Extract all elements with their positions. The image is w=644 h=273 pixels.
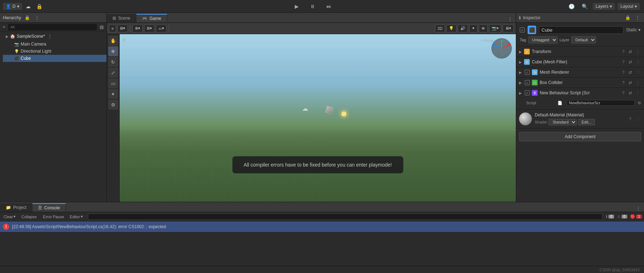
play-button[interactable]: ▶ (292, 2, 302, 11)
component-script: ▶ ✓ # New Behaviour Script (Scr ? ⇄ ⋮ Sc… (516, 88, 644, 110)
mesh-menu[interactable]: ⋮ (635, 59, 641, 65)
tool-move[interactable]: ✥ (108, 46, 118, 56)
tab-scene[interactable]: ⊞ Scene (107, 14, 136, 22)
tool-scale[interactable]: ⤢ (108, 68, 118, 78)
scene-menu-button[interactable]: ⋮ (507, 16, 514, 22)
component-mesh-renderer: ▶ ✓ ⊞ Mesh Renderer ? ⇄ ⋮ (516, 67, 644, 78)
scene-tools-vertical: ✋ ✥ ↻ ⤢ ▭ ✦ ⚙ (107, 34, 120, 202)
editor-dropdown-button[interactable]: Editor ▾ (68, 214, 84, 220)
scene-draw-btn[interactable]: ≡ (109, 25, 116, 32)
tool-combined[interactable]: ✦ (108, 89, 118, 99)
component-script-header[interactable]: ▶ ✓ # New Behaviour Script (Scr ? ⇄ ⋮ (516, 88, 644, 98)
scene-canvas[interactable]: ☁ Y Z (120, 34, 516, 202)
component-renderer-header[interactable]: ▶ ✓ ⊞ Mesh Renderer ? ⇄ ⋮ (516, 67, 644, 77)
tool-rotate[interactable]: ↻ (108, 57, 118, 67)
material-menu[interactable]: ⋮ (635, 116, 641, 122)
component-transform: ▶ ⊕ Transform ? ⇄ ⋮ (516, 47, 644, 57)
tab-game[interactable]: 🎮 Game (136, 14, 167, 22)
step-button[interactable]: ⏭ (324, 2, 334, 11)
collider-settings[interactable]: ⇄ (628, 80, 633, 85)
scene-render-btn[interactable]: 🖥▾ (503, 25, 514, 32)
search-button[interactable]: 🔍 (580, 2, 590, 10)
shader-edit-button[interactable]: Edit... (578, 119, 595, 125)
transform-settings[interactable]: ⇄ (628, 49, 633, 54)
collab-button[interactable]: 🔒 (34, 2, 44, 10)
scene-vis-btn[interactable]: ⚏▾ (156, 25, 167, 32)
component-collider-header[interactable]: ▶ ✓ ⊡ Box Collider ? ⇄ ⋮ (516, 78, 644, 88)
tag-select[interactable]: Untagged (528, 36, 557, 43)
scene-menu-button[interactable]: ⋮ (46, 33, 53, 40)
add-object-button[interactable]: + (1, 24, 7, 30)
script-active[interactable]: ✓ (525, 90, 530, 95)
hierarchy-lock-button[interactable]: 🔒 (23, 15, 31, 21)
add-component-button[interactable]: Add Component (519, 132, 641, 141)
object-name-input[interactable] (539, 26, 623, 34)
tab-console[interactable]: ☰ Console (32, 203, 66, 212)
hierarchy-item-cube[interactable]: ⬛ Cube (3, 55, 106, 62)
script-help[interactable]: ? (621, 90, 625, 95)
tool-custom[interactable]: ⚙ (108, 100, 118, 110)
scene-light-btn[interactable]: 💡 (446, 25, 456, 32)
renderer-menu[interactable]: ⋮ (635, 70, 641, 75)
hierarchy-item-directional-light[interactable]: 💡 Directional Light (3, 48, 106, 55)
scene-camera-btn[interactable]: 📷▾ (489, 25, 501, 32)
scene-hidden-btn[interactable]: 👁 (479, 25, 488, 32)
main-camera-label: Main Camera (21, 42, 46, 47)
renderer-settings[interactable]: ⇄ (628, 70, 633, 75)
script-menu[interactable]: ⋮ (635, 90, 641, 96)
scene-fx-btn[interactable]: ✦ (469, 25, 477, 32)
account-button[interactable]: 👤 D ▾ (3, 3, 22, 10)
clear-dropdown-button[interactable]: Clear ▾ (2, 214, 17, 220)
hierarchy-title: Hierarchy (3, 15, 21, 20)
scene-gizmo-btn[interactable]: ⊞▾ (117, 25, 128, 32)
console-error-row[interactable]: ! [22:48:39] Assets\Script\NewBehaviourS… (0, 221, 644, 232)
component-transform-header[interactable]: ▶ ⊕ Transform ? ⇄ ⋮ (516, 47, 644, 57)
history-button[interactable]: 🕐 (566, 2, 577, 10)
pause-button[interactable]: ⏸ (307, 2, 318, 11)
scene-snap-btn[interactable]: ⊕▾ (132, 25, 143, 32)
hierarchy-search[interactable] (8, 24, 97, 30)
material-help[interactable]: ? (628, 116, 632, 121)
script-settings[interactable]: ⇄ (628, 90, 633, 96)
renderer-help[interactable]: ? (621, 70, 625, 75)
material-sphere (519, 112, 532, 125)
material-info: Default-Material (Material) Shader Stand… (535, 112, 625, 125)
layout-dropdown[interactable]: Layout ▾ (618, 3, 640, 10)
inspector-lock-button[interactable]: 🔒 (624, 15, 632, 21)
material-name: Default-Material (Material) (535, 112, 625, 117)
hierarchy-toolbar: + ▤ (0, 23, 106, 31)
hierarchy-search-options[interactable]: ▤ (98, 24, 105, 30)
scene-audio-btn[interactable]: 🔊 (458, 25, 468, 32)
scene-2d-btn[interactable]: 2D (435, 25, 445, 32)
component-mesh-header[interactable]: ▶ ⊞ Cube (Mesh Filter) ? ⇄ ⋮ (516, 57, 644, 67)
collider-icon: ⊡ (532, 80, 538, 85)
scene-grid-btn[interactable]: ⊞▾ (144, 25, 155, 32)
mesh-settings[interactable]: ⇄ (628, 59, 633, 65)
console-search[interactable] (88, 214, 602, 220)
hierarchy-item-main-camera[interactable]: 📷 Main Camera (3, 41, 106, 48)
collider-help[interactable]: ? (621, 80, 625, 85)
clear-label: Clear (4, 215, 13, 219)
inspector-menu-button[interactable]: ⋮ (634, 15, 641, 21)
layer-select[interactable]: Default (571, 36, 596, 43)
layers-dropdown[interactable]: Layers ▾ (593, 3, 615, 10)
renderer-active[interactable]: ✓ (525, 70, 530, 75)
cloud-button[interactable]: ☁ (23, 2, 33, 10)
collider-menu[interactable]: ⋮ (635, 80, 641, 85)
collapse-button[interactable]: Collapse (19, 214, 39, 220)
tool-hand[interactable]: ✋ (108, 36, 118, 46)
collider-active[interactable]: ✓ (525, 80, 530, 85)
shader-select[interactable]: Standard (549, 119, 577, 125)
hierarchy-menu-button[interactable]: ⋮ (33, 15, 41, 21)
scene-label[interactable]: ▶ 🏠 SampleScene* ⋮ (3, 32, 106, 41)
transform-help[interactable]: ? (621, 49, 625, 54)
transform-menu[interactable]: ⋮ (635, 49, 641, 54)
error-pause-button[interactable]: Error Pause (41, 214, 66, 220)
object-cube-icon: ⬛ (528, 26, 536, 34)
object-active-checkbox[interactable]: ✓ (520, 27, 525, 32)
tab-project[interactable]: 📁 Project (0, 203, 32, 212)
mesh-help[interactable]: ? (621, 59, 625, 64)
console-panel-menu[interactable]: ⋮ (635, 205, 642, 212)
tool-rect[interactable]: ▭ (108, 78, 118, 88)
renderer-title: Mesh Renderer (540, 70, 619, 75)
